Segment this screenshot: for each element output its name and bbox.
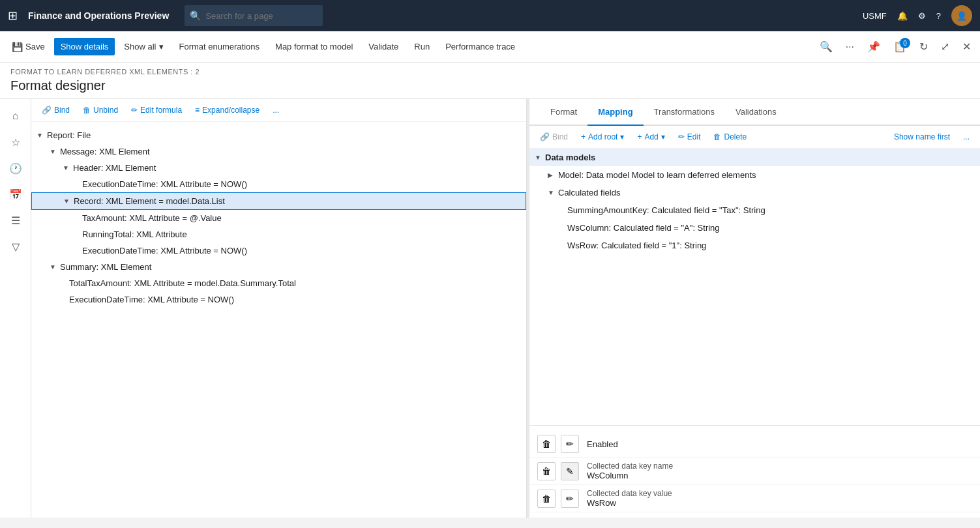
map-item-ws-column[interactable]: WsColumn: Calculated field = "A": String [529, 219, 980, 237]
key-name-value: WsColumn [587, 471, 673, 480]
map-more-button[interactable]: ... [958, 130, 975, 144]
bottom-properties: 🗑 ✏ Enabled 🗑 ✎ Collected data key name … [529, 425, 980, 518]
content-area: 🔗 Bind 🗑 Unbind ✏ Edit formula ≡ Expand/… [31, 99, 980, 518]
notification-icon[interactable]: 🔔 [897, 11, 908, 21]
user-code: USMF [863, 11, 887, 21]
expand-button[interactable]: ⤢ [937, 38, 953, 55]
expand-collapse-button[interactable]: ≡ Expand/collapse [190, 103, 265, 117]
tab-mapping[interactable]: Mapping [587, 99, 643, 126]
tree-item[interactable]: Message: XML Element [31, 143, 526, 160]
tab-validations[interactable]: Validations [725, 99, 787, 126]
search-input[interactable] [185, 5, 323, 26]
key-value-value: WsRow [587, 498, 672, 508]
key-value-delete-button[interactable]: 🗑 [537, 490, 556, 508]
list-icon[interactable]: ☰ [4, 209, 27, 232]
chevron-down-icon [50, 263, 56, 271]
add-chevron-icon: ▾ [661, 132, 665, 141]
mapping-tree: Data models Model: Data model Model to l… [529, 149, 980, 425]
top-nav-right: USMF 🔔 ⚙ ? 👤 [863, 5, 972, 26]
save-button[interactable]: 💾 Save [5, 38, 52, 56]
map-item-model[interactable]: Model: Data model Model to learn deferre… [529, 166, 980, 184]
show-name-first-button[interactable]: Show name first [889, 130, 955, 144]
status-row: 🗑 ✏ Enabled [529, 431, 980, 458]
calendar-icon[interactable]: 📅 [4, 183, 27, 206]
bind-icon: 🔗 [42, 106, 52, 115]
recent-icon[interactable]: 🕐 [4, 156, 27, 180]
show-all-button[interactable]: Show all ▾ [117, 38, 170, 55]
tree-item[interactable]: ExecutionDateTime: XML Attribute = NOW() [31, 176, 526, 192]
filter-icon[interactable]: ▽ [4, 235, 27, 258]
run-button[interactable]: Run [408, 38, 436, 55]
add-root-icon: + [581, 132, 586, 141]
top-navigation: ⊞ Finance and Operations Preview 🔍 USMF … [0, 0, 980, 31]
delete-button[interactable]: 🗑 Delete [708, 130, 752, 144]
cmd-right: 🔍 ··· 📌 📋 0 ↻ ⤢ ✕ [816, 38, 975, 55]
tree-item[interactable]: TotalTaxAmount: XML Attribute = model.Da… [31, 275, 526, 291]
page-header: FORMAT TO LEARN DEFERRED XML ELEMENTS : … [0, 63, 980, 99]
left-toolbar: 🔗 Bind 🗑 Unbind ✏ Edit formula ≡ Expand/… [31, 99, 526, 122]
map-format-to-model-button[interactable]: Map format to model [269, 38, 359, 55]
add-button[interactable]: + Add ▾ [632, 130, 670, 144]
tab-transformations[interactable]: Transformations [644, 99, 725, 126]
avatar[interactable]: 👤 [951, 5, 972, 26]
left-more-button[interactable]: ... [267, 103, 284, 117]
performance-trace-button[interactable]: Performance trace [439, 38, 522, 55]
collected-key-name-row: 🗑 ✎ Collected data key name WsColumn [529, 458, 980, 485]
search-cmd-button[interactable]: 🔍 [816, 38, 837, 55]
format-enumerations-button[interactable]: Format enumerations [173, 38, 267, 55]
settings-icon[interactable]: ⚙ [918, 11, 926, 21]
tree-item[interactable]: TaxAmount: XML Attribute = @.Value [31, 210, 526, 226]
map-item-summing-amount-key[interactable]: SummingAmountKey: Calculated field = "Ta… [529, 201, 980, 219]
tree-item[interactable]: Report: File [31, 127, 526, 143]
icon-sidebar: ⌂ ☆ 🕐 📅 ☰ ▽ [0, 99, 31, 518]
tree-item[interactable]: Header: XML Element [31, 160, 526, 176]
map-item-calculated-fields[interactable]: Calculated fields [529, 184, 980, 201]
key-name-edit-button[interactable]: ✎ [561, 462, 579, 480]
map-bind-button[interactable]: 🔗 Bind [535, 130, 573, 144]
unbind-button[interactable]: 🗑 Unbind [78, 103, 123, 117]
chevron-down-icon [37, 132, 43, 139]
add-root-button[interactable]: + Add root ▾ [576, 130, 629, 144]
chevron-down-icon [63, 164, 69, 171]
tree-item[interactable]: ExecutionDateTime: XML Attribute = NOW() [31, 291, 526, 308]
chevron-down-icon [548, 189, 554, 196]
more-options-button[interactable]: ··· [842, 38, 858, 55]
refresh-button[interactable]: ↻ [915, 38, 932, 55]
status-edit-button[interactable]: ✏ [561, 435, 579, 453]
tabs-bar: Format Mapping Transformations Validatio… [529, 99, 980, 126]
map-item-ws-row[interactable]: WsRow: Calculated field = "1": String [529, 237, 980, 254]
tree-item[interactable]: Summary: XML Element [31, 259, 526, 275]
tab-format[interactable]: Format [540, 99, 587, 126]
chevron-down-icon [535, 154, 541, 161]
status-delete-button[interactable]: 🗑 [537, 435, 556, 453]
close-button[interactable]: ✕ [958, 38, 975, 55]
add-icon: + [637, 132, 642, 141]
search-icon: 🔍 [190, 10, 201, 21]
pin-button[interactable]: 📌 [863, 38, 884, 55]
command-bar: 💾 Save Show details Show all ▾ Format en… [0, 31, 980, 63]
key-value-edit-button[interactable]: ✏ [561, 490, 579, 508]
key-value-label: Collected data key value [587, 489, 672, 498]
format-tree: Report: File Message: XML Element Header… [31, 122, 526, 518]
tree-item[interactable]: ExecutionDateTime: XML Attribute = NOW() [31, 242, 526, 259]
show-details-button[interactable]: Show details [54, 38, 115, 55]
badge-button[interactable]: 📋 0 [889, 38, 910, 55]
edit-button[interactable]: ✏ Edit [673, 130, 706, 144]
home-icon[interactable]: ⌂ [4, 104, 27, 128]
star-icon[interactable]: ☆ [4, 130, 27, 154]
validate-button[interactable]: Validate [362, 38, 405, 55]
tree-item[interactable]: RunningTotal: XML Attribute [31, 226, 526, 242]
search-wrap: 🔍 [185, 5, 550, 26]
help-icon[interactable]: ? [936, 11, 941, 21]
left-panel: 🔗 Bind 🗑 Unbind ✏ Edit formula ≡ Expand/… [31, 99, 527, 518]
key-value-group: Collected data key value WsRow [584, 489, 672, 508]
key-name-delete-button[interactable]: 🗑 [537, 462, 556, 480]
tree-item-selected[interactable]: Record: XML Element = model.Data.List [31, 192, 526, 210]
unbind-icon: 🗑 [83, 106, 91, 115]
show-all-chevron-icon: ▾ [159, 42, 164, 51]
bind-button[interactable]: 🔗 Bind [37, 103, 75, 117]
edit-formula-button[interactable]: ✏ Edit formula [126, 103, 187, 117]
map-item-data-models[interactable]: Data models [529, 149, 980, 166]
app-grid-icon[interactable]: ⊞ [8, 8, 18, 23]
key-name-label: Collected data key name [587, 462, 673, 471]
